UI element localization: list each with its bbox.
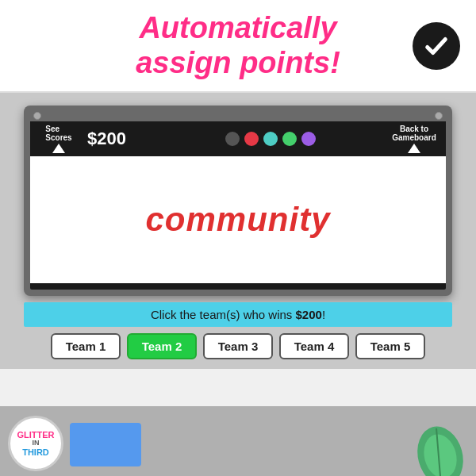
click-instruction-suffix: ! xyxy=(322,308,325,321)
bottom-area: GLITTER IN THIRD xyxy=(0,406,476,476)
team-5-button[interactable]: Team 5 xyxy=(355,333,425,359)
team-1-button[interactable]: Team 1 xyxy=(51,333,121,359)
dot-2[interactable] xyxy=(244,132,259,146)
main-title: Automatically assign points! xyxy=(136,11,340,80)
dot-4[interactable] xyxy=(282,132,297,146)
click-instruction-amount: $200 xyxy=(296,308,322,321)
screws-row xyxy=(30,112,446,120)
logo-badge: GLITTER IN THIRD xyxy=(8,416,63,471)
team-2-button[interactable]: Team 2 xyxy=(127,333,197,359)
title-line1: Automatically xyxy=(139,11,336,44)
leaf-decoration xyxy=(413,413,468,476)
see-scores-label: SeeScores xyxy=(45,125,71,142)
board-word: community xyxy=(145,201,330,239)
back-gameboard-label: Back toGameboard xyxy=(392,125,436,142)
logo-in-text: IN xyxy=(33,440,40,447)
screw-right xyxy=(435,112,443,120)
checkmark-circle xyxy=(413,22,460,70)
black-bottom-bar xyxy=(30,283,446,290)
black-top-bar: SeeScores $200 Back toGameboard xyxy=(30,121,446,156)
team-dots-row xyxy=(151,132,390,146)
dot-1[interactable] xyxy=(225,132,240,146)
team-3-button[interactable]: Team 3 xyxy=(203,333,273,359)
see-scores-arrow-icon xyxy=(52,144,65,153)
screw-left xyxy=(33,112,41,120)
team-4-button[interactable]: Team 4 xyxy=(279,333,349,359)
logo-third-text: THIRD xyxy=(22,447,49,457)
dot-3[interactable] xyxy=(263,132,278,146)
click-instruction-bar: Click the team(s) who wins $200! xyxy=(24,302,452,327)
price-display: $200 xyxy=(87,129,138,149)
team-buttons-row: Team 1 Team 2 Team 3 Team 4 Team 5 xyxy=(24,333,452,359)
back-to-gameboard-button[interactable]: Back toGameboard xyxy=(390,125,438,153)
back-gameboard-arrow-icon xyxy=(408,144,420,153)
white-board: community xyxy=(30,156,446,283)
dot-5[interactable] xyxy=(301,132,316,146)
title-line2: assign points! xyxy=(136,46,340,79)
see-scores-button[interactable]: SeeScores xyxy=(38,125,79,153)
blue-rectangle-decoration xyxy=(70,423,141,466)
checkmark-icon xyxy=(423,33,450,60)
main-area: SeeScores $200 Back toGameboard communit… xyxy=(0,93,476,369)
top-banner: Automatically assign points! xyxy=(0,0,476,93)
click-instruction-prefix: Click the team(s) who wins xyxy=(151,308,296,321)
whiteboard-frame: SeeScores $200 Back toGameboard communit… xyxy=(24,106,452,296)
